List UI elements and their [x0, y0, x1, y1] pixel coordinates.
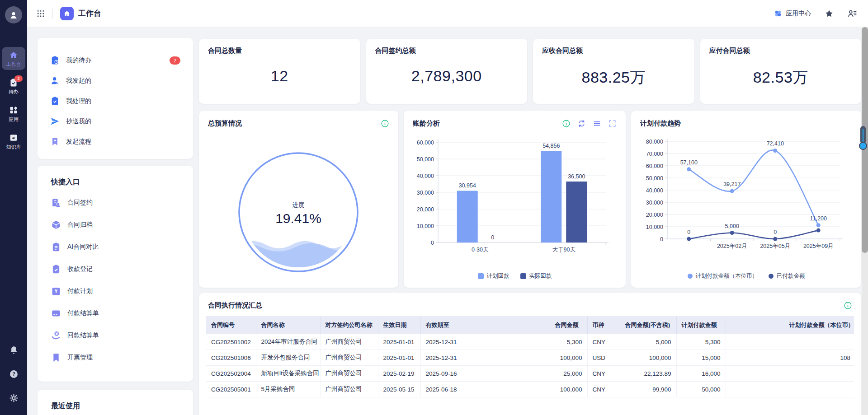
- col-header-生效日期[interactable]: 生效日期: [378, 316, 420, 334]
- cell-生效日期: 2025-05-15: [378, 382, 420, 397]
- quick-item-开票管理[interactable]: 开票管理: [38, 346, 193, 368]
- cell-计划付款金额（本位币）: [726, 366, 854, 382]
- menu-item-label: 抄送我的: [66, 117, 91, 126]
- quick-item-付款结算单[interactable]: 付款结算单: [38, 302, 193, 324]
- svg-text:20,000: 20,000: [646, 212, 663, 218]
- col-header-币种[interactable]: 币种: [587, 316, 620, 334]
- info-icon[interactable]: [844, 301, 852, 310]
- table-row[interactable]: CG202502004新项目it设备采购合同广州商贸公司2025-02-1920…: [206, 366, 854, 382]
- quick-item-label: 收款登记: [67, 265, 93, 273]
- recent-used-card: 最近使用: [38, 390, 193, 415]
- home-icon: [9, 51, 18, 60]
- cell-对方签约公司名称: 广州商贸公司: [320, 382, 378, 397]
- col-header-计划付款金额（本位币）[interactable]: 计划付款金额（本位币）: [726, 316, 854, 334]
- cell-计划付款金额: 5,300: [676, 334, 726, 350]
- gauge-svg: 进度 19.41%: [199, 129, 398, 288]
- expand-icon[interactable]: [608, 119, 617, 128]
- svg-text:10,000: 10,000: [417, 223, 434, 229]
- quick-item-label: 回款结算单: [67, 331, 99, 340]
- bookmark-icon: [51, 353, 61, 363]
- legend-label: 已付款金额: [777, 272, 805, 280]
- gear-icon[interactable]: [9, 393, 19, 403]
- quick-item-label: 合同签约: [67, 199, 93, 207]
- rail-item-应用[interactable]: 应用: [2, 102, 25, 125]
- svg-text:19.41%: 19.41%: [275, 211, 321, 226]
- refresh-icon[interactable]: [577, 119, 586, 128]
- home-icon: [63, 10, 71, 17]
- menu-item-我发起的[interactable]: 我发起的: [38, 70, 193, 91]
- col-header-合同金额(不含税)[interactable]: 合同金额(不含税): [620, 316, 676, 334]
- menu-item-我处理的[interactable]: 我处理的: [38, 91, 193, 111]
- table-row[interactable]: CG2025010022024年审计服务合同广州商贸公司2025-01-0120…: [206, 334, 854, 350]
- quick-item-付款计划[interactable]: ¥付款计划: [38, 280, 193, 302]
- bell-icon[interactable]: [9, 345, 19, 355]
- workbench-logo[interactable]: [60, 7, 74, 20]
- menu-item-抄送我的[interactable]: 抄送我的: [38, 111, 193, 131]
- app-center-label: 应用中心: [786, 9, 811, 18]
- avatar-person-icon: [9, 10, 19, 20]
- stat-value: 883.25万: [542, 67, 685, 88]
- table-row[interactable]: CG202501006开发外包服务合同广州商贸公司2025-01-012025-…: [206, 350, 854, 366]
- cell-合同金额: 100,000: [550, 382, 587, 397]
- legend-item-实际回款[interactable]: 实际回款: [520, 272, 552, 280]
- gauge-card-title: 总预算情况: [208, 119, 242, 128]
- col-header-合同名称[interactable]: 合同名称: [256, 316, 320, 334]
- svg-text:0-30天: 0-30天: [472, 247, 489, 253]
- avatar[interactable]: [5, 6, 22, 23]
- legend-item-计划回款[interactable]: 计划回款: [478, 272, 509, 280]
- cell-币种: USD: [587, 350, 620, 366]
- svg-text:60,000: 60,000: [646, 163, 663, 169]
- table-header-row: 合同编号合同名称对方签约公司名称生效日期有效期至合同金额币种合同金额(不含税)计…: [206, 316, 854, 334]
- quick-item-收款登记[interactable]: 收款登记: [38, 258, 193, 280]
- pen-tool-icon[interactable]: [859, 125, 868, 152]
- info-icon[interactable]: [562, 119, 571, 128]
- info-icon[interactable]: [381, 119, 389, 128]
- info-icon: [562, 119, 571, 128]
- apps-grid-icon[interactable]: [36, 9, 45, 18]
- cell-合同金额(不含税): 5,000: [620, 334, 676, 350]
- col-header-合同编号[interactable]: 合同编号: [206, 316, 256, 334]
- rail-item-label: 待办: [9, 89, 19, 94]
- menu-item-发起流程[interactable]: 发起流程: [38, 131, 193, 152]
- col-header-对方签约公司名称[interactable]: 对方签约公司名称: [320, 316, 378, 334]
- contacts-icon[interactable]: [847, 9, 857, 19]
- line-card-title: 计划付款趋势: [640, 119, 681, 128]
- favorites-star-icon[interactable]: [825, 9, 834, 18]
- quick-item-合同归档[interactable]: 合同归档: [38, 214, 193, 236]
- cell-合同金额(不含税): 100,000: [620, 350, 676, 366]
- col-header-计划付款金额[interactable]: 计划付款金额: [676, 316, 726, 334]
- person-icon: [50, 76, 60, 85]
- quick-item-AI合同对比[interactable]: AI合同对比: [38, 236, 193, 258]
- clipboard-clock-icon: [50, 56, 60, 65]
- legend-item-计划付款金额（本位币）[interactable]: 计划付款金额（本位币）: [688, 272, 758, 280]
- aging-bar-chart: 010,00020,00030,00040,00050,00060,0000-3…: [404, 129, 626, 272]
- quick-item-回款结算单[interactable]: ¥回款结算单: [38, 324, 193, 346]
- help-icon[interactable]: ?: [9, 369, 19, 379]
- app-center-button[interactable]: 应用中心: [774, 9, 811, 18]
- charts-row: 总预算情况 进度 19.41% 账龄分析 010,00020,00030,000…: [199, 111, 861, 288]
- svg-text:?: ?: [12, 371, 15, 377]
- stat-label: 应付合同总额: [709, 47, 853, 55]
- rail-item-待办[interactable]: 2待办: [2, 75, 25, 98]
- svg-text:40,000: 40,000: [646, 187, 663, 194]
- col-header-合同金额[interactable]: 合同金额: [550, 316, 587, 334]
- cell-合同编号: CG202501006: [206, 350, 256, 366]
- svg-text:30,000: 30,000: [646, 200, 663, 206]
- table-row[interactable]: CG2025050015月采购合同广州商贸公司2025-05-152025-06…: [206, 382, 854, 397]
- quick-entry-card: 快捷入口 合同签约合同归档AI合同对比收款登记¥付款计划付款结算单¥回款结算单开…: [38, 166, 193, 382]
- rail-item-知识库[interactable]: AI知识库: [2, 130, 25, 153]
- svg-text:50,000: 50,000: [646, 175, 663, 182]
- svg-text:5,000: 5,000: [725, 223, 739, 229]
- rail-item-工作台[interactable]: 工作台: [2, 47, 25, 70]
- svg-text:54,856: 54,856: [542, 143, 560, 149]
- cell-合同金额(不含税): 99,900: [620, 382, 676, 397]
- legend-item-已付款金额[interactable]: 已付款金额: [769, 272, 805, 280]
- card-icon: [51, 308, 61, 318]
- paper-plane-icon: [50, 117, 60, 126]
- cell-合同编号: CG202505001: [206, 382, 256, 397]
- col-header-有效期至[interactable]: 有效期至: [420, 316, 550, 334]
- quick-item-合同签约[interactable]: 合同签约: [38, 191, 193, 214]
- menu-item-我的待办[interactable]: 我的待办2: [38, 50, 193, 70]
- list-icon[interactable]: [593, 119, 601, 128]
- legend-label: 计划回款: [487, 272, 509, 280]
